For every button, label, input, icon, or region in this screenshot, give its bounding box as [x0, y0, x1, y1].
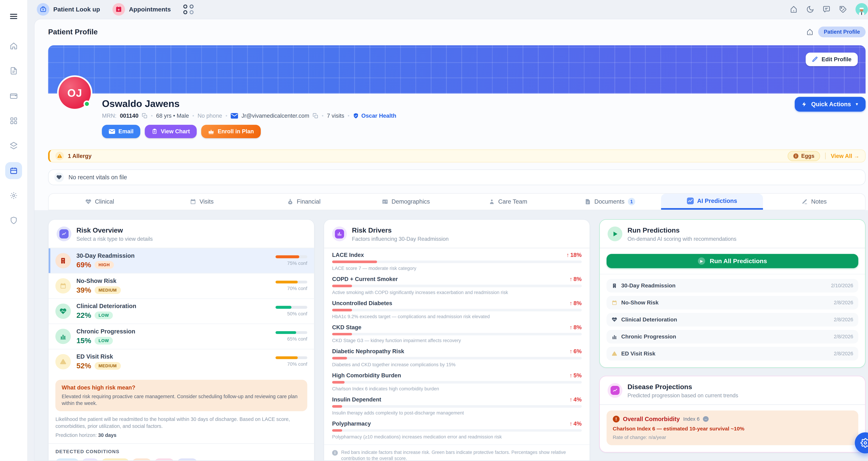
documents-count-badge: 1	[628, 198, 635, 205]
risk-value: 22%	[76, 311, 91, 319]
prediction-row-30-day[interactable]: 30-Day Readmission 2/10/2026	[607, 279, 859, 293]
breadcrumb[interactable]: Patient Profile	[818, 27, 866, 37]
trend-flat-icon: –	[703, 416, 709, 422]
condition-badge[interactable]: COPD	[55, 458, 79, 460]
tab-financial[interactable]: Financial	[253, 194, 355, 210]
risk-item-ed-visit[interactable]: ED Visit Risk 52% MEDIUM 70% conf	[49, 349, 314, 374]
condition-badge[interactable]: CAD	[154, 458, 174, 460]
menu-icon[interactable]	[5, 8, 22, 25]
view-chart-button[interactable]: View Chart	[145, 125, 197, 138]
confidence-label: 65% conf	[276, 336, 307, 342]
condition-badge[interactable]: CKD G3	[101, 458, 129, 460]
tab-demographics[interactable]: Demographics	[355, 194, 457, 210]
file-text-icon	[10, 67, 18, 75]
driver-lace-index: LACE Index↑18% LACE score 7 — moderate r…	[324, 248, 590, 273]
sidebar-item-billing[interactable]	[5, 87, 22, 104]
chat-icon[interactable]	[823, 5, 831, 13]
edit-profile-button[interactable]: Edit Profile	[806, 53, 858, 66]
enroll-in-plan-button[interactable]: Enroll in Plan	[201, 125, 260, 138]
nav-tab-appointments[interactable]: Appointments	[113, 3, 171, 16]
view-all-allergies-link[interactable]: View All →	[831, 153, 860, 159]
dark-mode-moon-icon[interactable]	[806, 5, 814, 13]
sidebar-item-security[interactable]	[5, 212, 22, 229]
patient-email[interactable]: Jr@vivamedicalcenter.com	[242, 113, 309, 119]
copy-icon[interactable]	[142, 113, 148, 119]
quick-actions-button[interactable]: Quick Actions ▼	[795, 97, 866, 112]
tab-documents[interactable]: Documents 1	[559, 194, 661, 210]
info-title: What does high risk mean?	[62, 384, 301, 391]
risk-value: 39%	[76, 286, 91, 295]
tab-notes[interactable]: Notes	[763, 194, 865, 210]
middle-column: Risk Drivers Factors influencing 30-Day …	[323, 219, 590, 460]
home-icon[interactable]	[790, 5, 798, 13]
user-avatar[interactable]	[856, 3, 868, 16]
risk-value: 52%	[76, 362, 91, 370]
home-breadcrumb-icon[interactable]	[806, 28, 813, 36]
sidebar-item-schedule-active[interactable]	[5, 162, 22, 179]
copy-icon[interactable]	[313, 113, 318, 119]
rate-of-change: Rate of change: n/a/year	[613, 435, 852, 440]
prediction-row-chronic-progression[interactable]: Chronic Progression 2/8/2026	[607, 330, 859, 343]
mrn-value: 001140	[120, 113, 138, 119]
risk-item-no-show[interactable]: No-Show Risk 39% MEDIUM 70% conf	[49, 274, 314, 299]
sidebar-item-layers[interactable]	[5, 137, 22, 154]
allergy-badge-eggs[interactable]: i Eggs	[787, 151, 820, 161]
prediction-row-no-show[interactable]: No-Show Risk 2/8/2026	[607, 296, 859, 309]
prediction-row-clinical-deterioration[interactable]: Clinical Deterioration 2/8/2026	[607, 313, 859, 327]
risk-level-badge: MEDIUM	[95, 362, 121, 370]
driver-impact: ↑6%	[569, 348, 582, 355]
driver-impact: ↑8%	[569, 324, 582, 331]
confidence-bar	[276, 331, 307, 334]
risk-description: Likelihood the patient will be readmitte…	[49, 411, 314, 430]
risk-item-chronic-progression[interactable]: Chronic Progression 15% LOW 65% conf	[49, 324, 314, 349]
heart-pulse-icon	[612, 317, 617, 322]
condition-badge[interactable]: DM	[82, 458, 99, 460]
confidence-bar	[276, 255, 307, 258]
nav-tab-patient-lookup[interactable]: Patient Look up	[37, 3, 100, 16]
prediction-rows: 30-Day Readmission 2/10/2026 No-Show Ris…	[600, 274, 865, 367]
tab-clinical[interactable]: Clinical	[49, 194, 151, 210]
email-button[interactable]: Email	[102, 125, 140, 138]
bar-chart-icon	[55, 329, 71, 344]
driver-insulin-dependent: Insulin Dependent↑4% Insulin therapy add…	[324, 393, 590, 417]
condition-badge[interactable]: MDD	[177, 458, 197, 460]
tab-visits[interactable]: Visits	[151, 194, 253, 210]
confidence-bar	[276, 356, 307, 359]
patient-action-buttons: Email View Chart Enroll in Plan	[102, 125, 866, 138]
driver-impact: ↑18%	[566, 252, 582, 258]
sidebar-item-settings[interactable]	[5, 187, 22, 204]
allergy-alert-bar: 1 Allergy i Eggs View All →	[48, 149, 866, 162]
vitals-status-bar: No recent vitals on file	[48, 170, 866, 185]
condition-badge[interactable]: HTN	[132, 458, 151, 460]
patient-details-row: MRN: 001140 • 68 yrs • Male • No phone •	[102, 113, 866, 119]
disease-projections-icon	[608, 383, 622, 398]
tab-ai-predictions-active[interactable]: AI Predictions	[661, 194, 763, 210]
apps-grid-icon[interactable]	[183, 4, 194, 14]
tab-care-team[interactable]: Care Team	[457, 194, 559, 210]
ai-predictions-content: Risk Overview Select a risk type to view…	[35, 210, 868, 460]
driver-comorbidity-burden: High Comorbidity Burden↑5% Charlson Inde…	[324, 369, 590, 393]
tag-icon[interactable]	[839, 5, 847, 13]
overall-comorbidity-card: ! Overall Comorbidity Index 6 – Charlson…	[607, 410, 859, 445]
risk-overview-panel: Risk Overview Select a risk type to view…	[48, 219, 315, 460]
risk-overview-icon	[57, 226, 71, 241]
calendar-icon	[190, 198, 196, 205]
panel-subtitle: Factors influencing 30-Day Readmission	[352, 236, 448, 242]
risk-item-30-day-readmission[interactable]: 30-Day Readmission 69% HIGH 75% conf	[49, 248, 314, 274]
patient-name: Oswaldo Jawens	[102, 98, 866, 109]
hospital-icon	[55, 253, 71, 268]
driver-ckd-stage: CKD Stage↑8% CKD Stage G3 — kidney funct…	[324, 320, 590, 345]
alert-circle-icon: !	[613, 416, 620, 423]
insurance-link[interactable]: Oscar Health	[353, 113, 396, 119]
trend-chart-icon	[687, 197, 694, 204]
sidebar-item-apps[interactable]	[5, 112, 22, 129]
run-all-predictions-button[interactable]: ▶ Run All Predictions	[607, 254, 859, 268]
risk-item-clinical-deterioration[interactable]: Clinical Deterioration 22% LOW 50% conf	[49, 299, 314, 324]
sidebar-item-home[interactable]	[5, 37, 22, 54]
confidence-bar	[276, 281, 307, 283]
online-status-dot	[84, 100, 90, 107]
driver-impact: ↑8%	[569, 300, 582, 307]
prediction-row-ed-visit[interactable]: ED Visit Risk 2/8/2026	[607, 347, 859, 360]
sidebar-item-records[interactable]	[5, 62, 22, 79]
patient-summary: OJ Oswaldo Jawens MRN: 001140 • 68 yrs •…	[48, 94, 866, 147]
